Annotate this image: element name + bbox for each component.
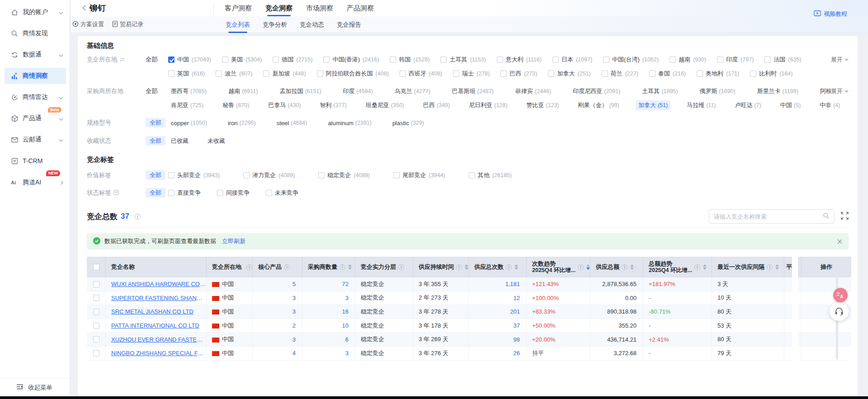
country-checkbox-item[interactable]: 阿拉伯联合酋长国 408 (317, 70, 389, 78)
info-icon[interactable] (767, 264, 773, 270)
country-checkbox-item[interactable]: 德国 2715 (273, 56, 312, 64)
country-checkbox-item[interactable]: 中国(台湾) 1052 (603, 56, 659, 64)
buyer-country-item[interactable]: 加拿大 51 (636, 100, 670, 110)
country-checkbox-item[interactable]: 美国 5304 (222, 56, 262, 64)
buyer-country-item[interactable]: 越南 6911 (226, 86, 260, 96)
expand-buyer-location[interactable]: 展开 (831, 87, 849, 95)
subtab-competitor-report[interactable]: 竞企报告 (337, 16, 361, 33)
total-times-cell[interactable]: 26 (514, 350, 520, 357)
spec-item[interactable]: copper 1050 (168, 119, 210, 127)
collapse-menu-button[interactable]: 收起菜单 (0, 378, 70, 396)
buyer-country-item[interactable]: 孟加拉国 6151 (277, 86, 324, 96)
country-checkbox-item[interactable]: 意大利 1116 (497, 56, 542, 64)
country-checkbox-item[interactable]: 英国 616 (168, 70, 205, 78)
competitor-location-all[interactable]: 全部 (146, 56, 168, 64)
buyer-count-cell[interactable]: 72 (342, 281, 349, 287)
sort-icon[interactable] (703, 264, 707, 270)
buyer-location-all[interactable]: 全部 (146, 87, 168, 95)
country-checkbox-item[interactable]: 加拿大 251 (548, 70, 590, 78)
back-icon[interactable] (82, 5, 86, 12)
spec-item[interactable]: aluminum 2391 (325, 119, 374, 127)
core-products-cell[interactable]: 2 (292, 322, 296, 329)
col-core-products[interactable]: 核心产品 (253, 257, 302, 277)
spec-all[interactable]: 全部 (146, 119, 168, 127)
core-products-cell[interactable]: 5 (292, 281, 296, 287)
buyer-country-item[interactable]: 巴西 349 (420, 100, 453, 110)
info-icon[interactable] (506, 264, 512, 270)
buyer-country-item[interactable]: 中非 4 (817, 100, 843, 110)
bottom-scrollbar[interactable] (0, 396, 868, 399)
buyer-country-item[interactable]: 坦桑尼亚 350 (363, 100, 407, 110)
row-checkbox[interactable] (93, 281, 99, 287)
buyer-country-item[interactable]: 斯里兰卡 1199 (755, 86, 801, 96)
company-name-link[interactable]: PATTA INTERNATIONAL CO LTD (111, 322, 199, 329)
total-times-cell[interactable]: 201 (510, 308, 520, 315)
tab-competitor-insight[interactable]: 竞企洞察 (265, 0, 292, 16)
country-checkbox-item[interactable]: 新加坡 448 (263, 70, 306, 78)
buyer-country-item[interactable]: 菲律宾 2446 (513, 86, 554, 96)
trade-records-button[interactable]: 贸易记录 (112, 20, 143, 28)
country-checkbox-item[interactable]: 中国(香港) 2416 (323, 56, 379, 64)
sidebar-item-tcrm[interactable]: T-CRM (5, 153, 66, 169)
sort-icon-active[interactable] (586, 264, 590, 270)
spec-item[interactable]: iron 2295 (225, 119, 259, 127)
total-times-cell[interactable]: 37 (514, 322, 520, 329)
close-banner-icon[interactable] (837, 239, 842, 244)
col-tier[interactable]: 竞企实力分层 (355, 257, 413, 277)
country-checkbox-item[interactable]: 泰国 216 (649, 70, 686, 78)
plan-settings-button[interactable]: 方案设置 (72, 20, 104, 28)
country-checkbox-item[interactable]: 巴西 273 (500, 70, 537, 78)
buyer-country-item[interactable]: 土耳其 1895 (639, 86, 680, 96)
row-checkbox[interactable] (93, 350, 99, 357)
sort-icon[interactable] (630, 264, 634, 270)
country-checkbox-item[interactable]: 瑞士 278 (453, 70, 490, 78)
buyer-country-item[interactable]: 印度尼西亚 2091 (570, 86, 623, 96)
info-icon[interactable] (246, 264, 252, 270)
value-tag-item[interactable]: 潜力竞企 4089 (243, 171, 295, 179)
subtab-competition-analysis[interactable]: 竞争分析 (263, 16, 287, 33)
sidebar-item-mail[interactable]: 云邮通 (5, 131, 66, 148)
country-checkbox-item[interactable]: 日本 1097 (552, 56, 592, 64)
col-total-times[interactable]: 供应总次数 (469, 257, 527, 277)
row-checkbox[interactable] (93, 323, 99, 329)
buyer-country-item[interactable]: 巴基斯坦 2487 (449, 86, 496, 96)
info-icon[interactable] (622, 264, 627, 270)
info-icon[interactable] (398, 264, 404, 270)
company-name-link[interactable]: SUPERTOR FASTENING SHANGHAI... (111, 295, 206, 301)
buyer-count-cell[interactable]: 3 (345, 350, 349, 357)
translate-fab-button[interactable]: 文A (833, 288, 848, 302)
buyer-country-item[interactable]: 马拉维 11 (684, 100, 718, 110)
search-input[interactable] (714, 213, 823, 220)
core-products-cell[interactable]: 4 (292, 350, 296, 357)
spec-item[interactable]: plastic 329 (390, 119, 427, 127)
country-checkbox-item[interactable]: 印度 797 (717, 56, 754, 64)
country-checkbox-item[interactable]: 波兰 607 (216, 70, 252, 78)
buyer-country-item[interactable]: 印度 4594 (340, 86, 376, 96)
col-total-amount[interactable]: 供应总额 (590, 257, 643, 277)
core-products-cell[interactable]: 3 (292, 336, 296, 343)
buyer-count-cell[interactable]: 16 (342, 308, 349, 315)
info-icon[interactable] (456, 264, 462, 270)
row-checkbox[interactable] (93, 295, 99, 301)
expand-competitor-location[interactable]: 展开 (831, 56, 849, 64)
country-checkbox-item[interactable]: 比利时 164 (750, 70, 793, 78)
sidebar-item-insight[interactable]: 商情洞察 (5, 68, 66, 84)
sidebar-item-my-account[interactable]: 我的账户 (5, 4, 66, 20)
value-tag-item[interactable]: 尾部竞企 3944 (393, 171, 445, 179)
fullscreen-icon[interactable] (841, 212, 849, 221)
info-icon[interactable] (284, 264, 290, 270)
col-location[interactable]: 竞企所在地 (207, 257, 253, 277)
favorite-all[interactable]: 全部 (146, 137, 168, 145)
tab-customer-insight[interactable]: 客户洞察 (225, 0, 252, 16)
value-tag-all[interactable]: 全部 (146, 171, 168, 179)
buyer-country-item[interactable]: 肯尼亚 725 (168, 100, 206, 110)
company-name-link[interactable]: NINGBO ZHISHANG SPECIAL FAST... (111, 350, 206, 357)
col-duration[interactable]: 供应持续时间 (413, 257, 469, 277)
country-checkbox-item[interactable]: 奥地利 171 (697, 70, 739, 78)
subtab-competitor-list[interactable]: 竞企列表 (226, 16, 250, 33)
buyer-country-item[interactable]: 智利 377 (317, 100, 349, 110)
company-name-link[interactable]: SRC METAL JIASHAN CO LTD (111, 308, 193, 315)
subtab-competitor-dynamics[interactable]: 竞企动态 (300, 16, 324, 33)
core-products-cell[interactable]: 3 (292, 308, 296, 315)
col-last-interval[interactable]: 最近一次供应间隔 (712, 257, 784, 277)
